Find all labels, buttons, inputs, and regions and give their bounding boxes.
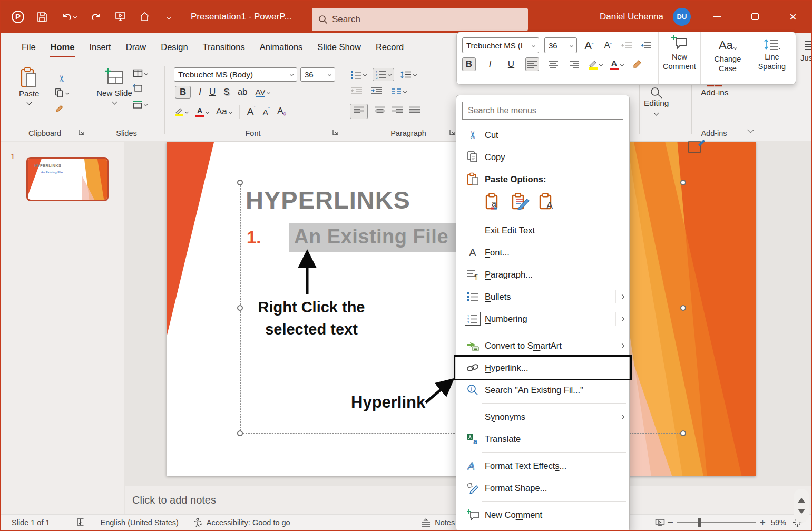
font-size-combo[interactable]: 36 <box>300 67 335 82</box>
mini-decrease-font-button[interactable]: Aˇ <box>601 38 615 52</box>
italic-button[interactable]: I <box>199 87 201 97</box>
mini-font-name-combo[interactable]: Trebuchet MS (I <box>462 37 539 53</box>
editing-button[interactable]: Editing <box>644 87 669 115</box>
menu-search-input[interactable] <box>462 102 623 120</box>
language-indicator[interactable]: English (United States) <box>101 518 179 527</box>
spellcheck-icon[interactable] <box>76 518 86 527</box>
strikethrough-button[interactable]: ab <box>238 87 248 97</box>
undo-icon[interactable] <box>60 11 78 23</box>
slideshow-view-icon[interactable] <box>655 518 665 527</box>
close-button[interactable]: × <box>774 0 812 33</box>
undo-dropdown-icon[interactable] <box>73 15 77 18</box>
mini-align-left-button[interactable] <box>525 57 539 71</box>
menu-item-synonyms[interactable]: Synonyms <box>456 406 629 428</box>
slide-layout-icon[interactable] <box>133 69 148 77</box>
next-slide-button[interactable] <box>798 509 805 514</box>
menu-item-translate[interactable]: a Translate <box>456 428 629 450</box>
clear-formatting-button[interactable]: A◊ <box>277 106 286 117</box>
user-name[interactable]: Daniel Uchenna <box>600 12 663 22</box>
font-color-button[interactable]: A <box>195 106 209 117</box>
tab-draw[interactable]: Draw <box>119 35 154 61</box>
selected-text[interactable]: An Existing File <box>289 223 456 252</box>
mini-underline-button[interactable]: U <box>504 57 518 71</box>
highlight-color-button[interactable] <box>175 107 188 116</box>
tab-record[interactable]: Record <box>368 35 411 61</box>
zoom-in-button[interactable]: + <box>760 517 766 528</box>
text-shadow-button[interactable]: S <box>223 87 229 97</box>
zoom-level[interactable]: 59% <box>771 518 786 527</box>
mini-change-case-button[interactable]: Aa Change Case <box>706 36 749 80</box>
line-spacing-button[interactable] <box>400 71 416 79</box>
menu-item-exit-edit-text[interactable]: Exit Edit Text <box>456 219 629 241</box>
increase-font-button[interactable]: Aˆ <box>247 106 256 117</box>
avatar[interactable]: DU <box>673 8 691 26</box>
powerpoint-icon[interactable]: P <box>12 11 24 23</box>
paste-text-only-button[interactable]: A <box>539 192 556 212</box>
underline-button[interactable]: U <box>209 87 216 97</box>
slide-title-text[interactable]: HYPERLINKS <box>246 185 410 214</box>
start-slideshow-icon[interactable] <box>114 11 126 23</box>
paste-merge-formatting-button[interactable] <box>511 192 530 212</box>
paragraph-dialog-launcher[interactable] <box>449 129 456 136</box>
mini-font-size-combo[interactable]: 36 <box>544 37 577 53</box>
tab-file[interactable]: File <box>14 35 43 61</box>
notes-button[interactable]: Notes <box>421 518 455 527</box>
reset-slide-icon[interactable] <box>133 84 148 94</box>
menu-item-format-shape[interactable]: Format Shape... <box>456 477 629 499</box>
bullets-button[interactable] <box>351 71 366 79</box>
slide-thumbnail[interactable]: HYPERLINKS 1. An Existing File <box>26 157 109 201</box>
minimize-button[interactable] <box>698 0 736 33</box>
section-icon[interactable] <box>133 101 148 109</box>
mini-bold-button[interactable]: B <box>462 57 476 71</box>
tab-home[interactable]: Home <box>43 35 82 61</box>
copy-icon[interactable] <box>55 88 69 98</box>
accessibility-status[interactable]: Accessibility: Good to go <box>193 518 290 527</box>
menu-item-cut[interactable]: ✂ Cut <box>456 124 629 146</box>
menu-item-hyperlink[interactable]: Hyperlink... <box>456 357 629 379</box>
mini-align-right-button[interactable] <box>568 57 581 71</box>
tab-insert[interactable]: Insert <box>82 35 118 61</box>
selection-handle[interactable] <box>237 180 243 185</box>
change-case-button[interactable]: Aa <box>216 106 232 117</box>
slide-indicator[interactable]: Slide 1 of 1 <box>12 518 50 527</box>
tab-design[interactable]: Design <box>153 35 195 61</box>
font-name-combo[interactable]: Trebuchet MS (Body) <box>174 67 297 82</box>
mini-format-painter-icon[interactable] <box>631 57 644 71</box>
tab-slideshow[interactable]: Slide Show <box>310 35 368 61</box>
menu-item-paragraph[interactable]: ¶ Paragraph... <box>456 263 629 286</box>
columns-button[interactable] <box>391 88 406 95</box>
mini-increase-indent-icon[interactable] <box>639 38 653 52</box>
tab-transitions[interactable]: Transitions <box>195 35 252 61</box>
collapse-ribbon-icon[interactable] <box>748 125 753 134</box>
selection-handle[interactable] <box>680 180 686 185</box>
menu-item-format-text-effects[interactable]: A Format Text Effects... <box>456 455 629 477</box>
selection-handle[interactable] <box>237 305 243 311</box>
shape-fill-icon[interactable] <box>688 139 706 154</box>
menu-item-convert-to-smartart[interactable]: Convert to SmartArt <box>456 335 629 357</box>
justify-button[interactable] <box>409 106 420 116</box>
font-dialog-launcher[interactable] <box>332 129 339 136</box>
menu-item-search-selection[interactable]: i Search "An Existing Fil..." <box>456 379 629 401</box>
menu-item-font[interactable]: A Font... <box>456 241 629 263</box>
zoom-slider[interactable] <box>677 522 756 523</box>
format-painter-icon[interactable] <box>55 105 69 116</box>
align-left-button[interactable] <box>350 104 368 119</box>
numbering-button[interactable]: 123 <box>373 68 394 81</box>
menu-item-bullets[interactable]: Bullets <box>456 286 629 308</box>
home-icon[interactable] <box>138 11 151 23</box>
bold-button[interactable]: B <box>175 86 191 99</box>
mini-italic-button[interactable]: I <box>483 57 497 71</box>
selection-handle[interactable] <box>237 430 243 436</box>
clipboard-dialog-launcher[interactable] <box>78 129 85 136</box>
mini-new-comment-button[interactable]: New Comment <box>658 32 700 84</box>
zoom-slider-thumb[interactable] <box>698 518 701 527</box>
mini-highlight-button[interactable] <box>589 57 602 71</box>
redo-icon[interactable] <box>90 11 102 23</box>
previous-slide-button[interactable] <box>798 498 805 503</box>
menu-item-new-comment[interactable]: New Comment <box>456 504 629 526</box>
menu-item-numbering[interactable]: 123 Numbering <box>456 308 629 330</box>
mini-justify-button[interactable]: Justify <box>795 36 812 80</box>
new-slide-button[interactable]: New Slide <box>96 67 132 104</box>
tab-animations[interactable]: Animations <box>252 35 310 61</box>
cut-icon[interactable]: ✂ <box>56 69 67 83</box>
